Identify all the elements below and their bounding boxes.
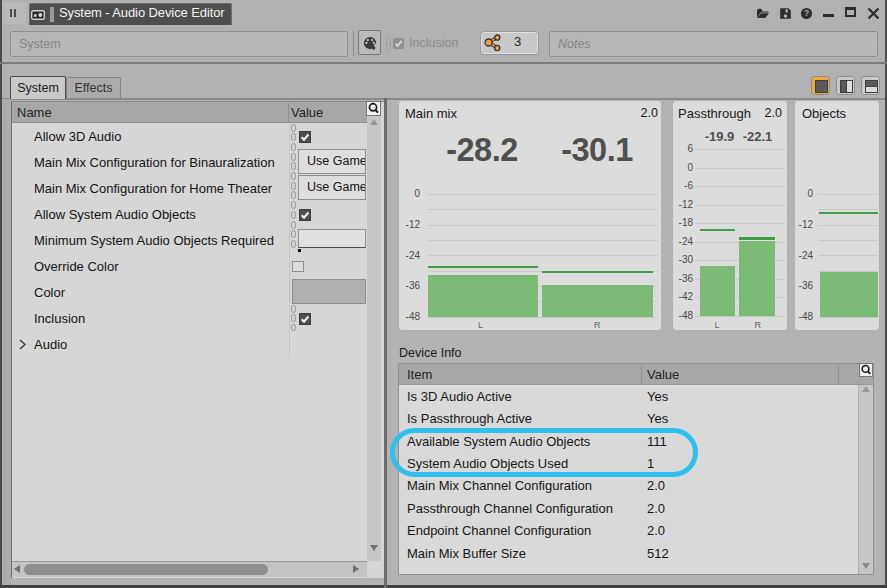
svg-text:?: ? bbox=[804, 8, 809, 18]
